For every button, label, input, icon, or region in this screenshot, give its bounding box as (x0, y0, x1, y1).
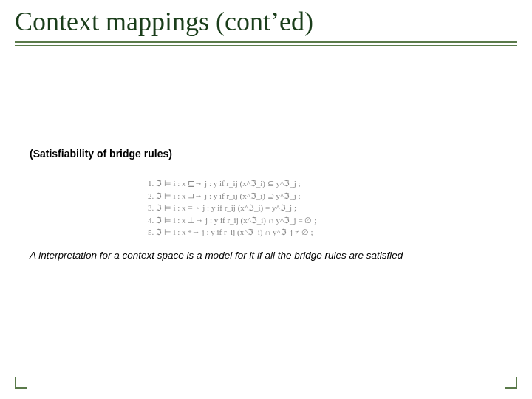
slide-title: Context mappings (cont’ed) (15, 6, 517, 40)
rules-block: 1. ℑ ⊨ i : x ⊑→ j : y if r_ij (x^ℑ_i) ⊆ … (148, 177, 399, 239)
slide: Context mappings (cont’ed) (Satisfiabili… (0, 0, 532, 399)
rule-3: 3. ℑ ⊨ i : x ≡→ j : y if r_ij (x^ℑ_i) = … (148, 202, 399, 214)
footnote: A interpretation for a context space is … (30, 250, 403, 261)
rule-5: 5. ℑ ⊨ i : x *→ j : y if r_ij (x^ℑ_i) ∩ … (148, 226, 399, 239)
corner-decoration-right (505, 377, 517, 389)
rule-2: 2. ℑ ⊨ i : x ⊒→ j : y if r_ij (x^ℑ_i) ⊇ … (148, 190, 399, 202)
title-underline (15, 41, 517, 46)
rule-4: 4. ℑ ⊨ i : x ⊥→ j : y if r_ij (x^ℑ_i) ∩ … (148, 214, 399, 227)
corner-decoration-left (15, 377, 27, 389)
rule-1: 1. ℑ ⊨ i : x ⊑→ j : y if r_ij (x^ℑ_i) ⊆ … (148, 177, 399, 190)
subheading: (Satisfiability of bridge rules) (30, 148, 172, 160)
title-block: Context mappings (cont’ed) (15, 6, 517, 46)
